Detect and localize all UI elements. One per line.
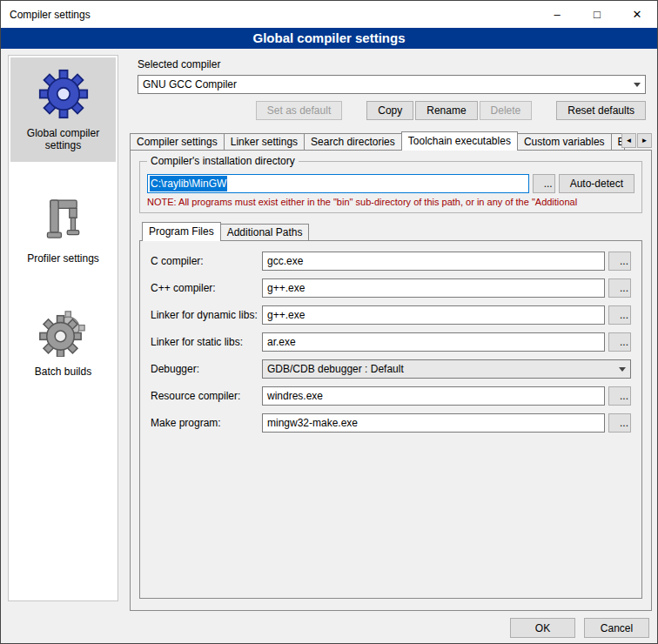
c-compiler-label: C compiler: (151, 255, 262, 267)
resource-compiler-value: windres.exe (267, 390, 323, 402)
cpp-compiler-input[interactable]: g++.exe (262, 278, 605, 298)
rename-button[interactable]: Rename (415, 101, 477, 120)
dynamic-linker-label: Linker for dynamic libs: (151, 309, 262, 321)
toolchain-executables-panel: Compiler's installation directory C:\ray… (130, 150, 652, 611)
dynamic-linker-input[interactable]: g++.exe (262, 305, 605, 325)
program-files-panel: C compiler: gcc.exe ... C++ compiler: g+… (139, 240, 642, 599)
sidebar-item-label: Global compiler settings (14, 127, 112, 151)
program-files-tabstrip: Program Files Additional Paths (142, 222, 651, 240)
close-button[interactable]: ✕ (617, 1, 657, 28)
cpp-compiler-label: C++ compiler: (151, 282, 262, 294)
compiler-settings-dialog: Compiler settings – □ ✕ Global compiler … (0, 0, 658, 644)
browse-make-program-button[interactable]: ... (608, 413, 631, 433)
compiler-select[interactable]: GNU GCC Compiler (138, 75, 646, 94)
browse-resource-compiler-button[interactable]: ... (608, 386, 631, 406)
gray-gears-icon (14, 305, 112, 360)
field-row: Linker for static libs: ar.exe ... (151, 332, 631, 352)
chevron-down-icon (629, 76, 645, 93)
tab-linker-settings[interactable]: Linker settings (224, 133, 305, 150)
tab-toolchain-executables[interactable]: Toolchain executables (401, 131, 518, 151)
static-linker-input[interactable]: ar.exe (262, 332, 605, 352)
delete-button[interactable]: Delete (480, 101, 533, 120)
browse-directory-button[interactable]: ... (533, 174, 555, 193)
make-program-label: Make program: (151, 417, 262, 429)
browse-dynamic-linker-button[interactable]: ... (608, 305, 631, 325)
settings-tabstrip: Compiler settings Linker settings Search… (130, 131, 652, 150)
tab-custom-variables[interactable]: Custom variables (517, 133, 612, 150)
set-as-default-button[interactable]: Set as default (256, 101, 342, 120)
installation-directory-title: Compiler's installation directory (147, 155, 299, 167)
debugger-label: Debugger: (151, 363, 262, 375)
dialog-footer: OK Cancel (127, 618, 649, 638)
blue-gear-icon (14, 66, 112, 122)
auto-detect-button[interactable]: Auto-detect (559, 174, 634, 193)
field-row: Make program: mingw32-make.exe ... (151, 413, 631, 433)
compiler-select-value: GNU GCC Compiler (138, 78, 629, 91)
dynamic-linker-value: g++.exe (267, 309, 305, 321)
field-row: Linker for dynamic libs: g++.exe ... (151, 305, 631, 325)
maximize-button[interactable]: □ (577, 1, 617, 28)
static-linker-label: Linker for static libs: (151, 336, 262, 348)
c-compiler-value: gcc.exe (267, 255, 303, 267)
field-row: Resource compiler: windres.exe ... (151, 386, 631, 406)
make-program-input[interactable]: mingw32-make.exe (262, 413, 605, 433)
sidebar-item-batch-builds[interactable]: Batch builds (10, 296, 116, 388)
tab-program-files[interactable]: Program Files (142, 222, 221, 241)
resource-compiler-label: Resource compiler: (151, 390, 262, 402)
browse-static-linker-button[interactable]: ... (608, 332, 631, 352)
tab-scroll-left-icon[interactable]: ◄ (621, 133, 636, 148)
chevron-down-icon (614, 367, 630, 372)
sidebar-item-profiler-settings[interactable]: Profiler settings (10, 183, 116, 275)
browse-cpp-compiler-button[interactable]: ... (608, 278, 631, 298)
main-panel: Selected compiler GNU GCC Compiler Set a… (127, 55, 652, 638)
sidebar-item-label: Batch builds (14, 366, 112, 378)
tab-compiler-settings[interactable]: Compiler settings (130, 133, 225, 150)
reset-defaults-button[interactable]: Reset defaults (556, 101, 646, 120)
compiler-actions: Set as default Copy Rename Delete Reset … (138, 101, 646, 120)
sidebar-item-global-compiler-settings[interactable]: Global compiler settings (10, 57, 116, 162)
bin-subdirectory-note: NOTE: All programs must exist either in … (147, 197, 634, 207)
resource-compiler-input[interactable]: windres.exe (262, 386, 605, 406)
installation-directory-value: C:\raylib\MinGW (150, 176, 227, 191)
titlebar: Compiler settings – □ ✕ (1, 1, 657, 28)
field-row: C compiler: gcc.exe ... (151, 252, 631, 271)
ok-button[interactable]: OK (510, 618, 575, 638)
field-row: C++ compiler: g++.exe ... (151, 278, 631, 298)
sidebar-item-label: Profiler settings (14, 252, 112, 265)
profiler-clamp-icon (14, 191, 112, 247)
tab-additional-paths[interactable]: Additional Paths (220, 224, 310, 240)
installation-directory-input[interactable]: C:\raylib\MinGW (147, 174, 529, 193)
debugger-value: GDB/CDB debugger : Default (267, 363, 614, 375)
make-program-value: mingw32-make.exe (267, 417, 358, 429)
cpp-compiler-value: g++.exe (267, 282, 305, 294)
field-row: Debugger: GDB/CDB debugger : Default (151, 359, 631, 379)
installation-directory-group: Compiler's installation directory C:\ray… (139, 161, 642, 213)
minimize-button[interactable]: – (537, 1, 577, 28)
settings-category-sidebar: Global compiler settings Profiler settin… (8, 55, 118, 601)
tab-search-directories[interactable]: Search directories (304, 133, 402, 150)
page-title: Global compiler settings (1, 28, 657, 49)
static-linker-value: ar.exe (267, 336, 296, 348)
copy-button[interactable]: Copy (366, 101, 413, 120)
selected-compiler-label: Selected compiler (138, 58, 652, 70)
c-compiler-input[interactable]: gcc.exe (262, 252, 605, 271)
cancel-button[interactable]: Cancel (584, 618, 649, 638)
window-title: Compiler settings (1, 9, 537, 21)
browse-c-compiler-button[interactable]: ... (608, 252, 631, 271)
debugger-select[interactable]: GDB/CDB debugger : Default (262, 359, 631, 379)
tab-scroll-right-icon[interactable]: ► (637, 133, 652, 148)
